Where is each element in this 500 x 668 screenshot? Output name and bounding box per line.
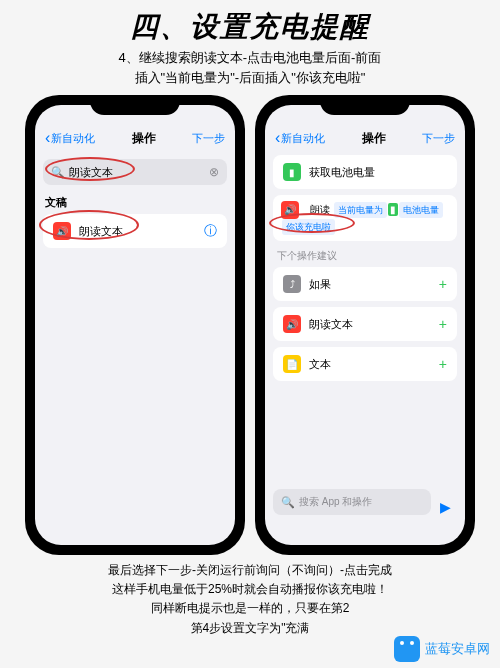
speak-icon: 🔊 bbox=[283, 315, 301, 333]
phone-left: 新自动化 操作 下一步 🔍 ⊗ 文稿 🔊 朗读文本 ⓘ bbox=[25, 95, 245, 555]
screen-left: 新自动化 操作 下一步 🔍 ⊗ 文稿 🔊 朗读文本 ⓘ bbox=[35, 105, 235, 545]
row-label: 如果 bbox=[309, 277, 439, 292]
search-placeholder: 搜索 App 和操作 bbox=[299, 495, 372, 509]
nav-back-button[interactable]: 新自动化 bbox=[45, 129, 95, 147]
nav-title: 操作 bbox=[362, 130, 386, 147]
battery-icon: ▮ bbox=[283, 163, 301, 181]
footer-line2: 这样手机电量低于25%时就会自动播报你该充电啦！ bbox=[12, 580, 488, 599]
section-label: 文稿 bbox=[45, 195, 225, 210]
action-speak-text[interactable]: 🔊 朗读 当前电量为▮电池电量 你该充电啦 bbox=[273, 195, 457, 241]
nav-back-button[interactable]: 新自动化 bbox=[275, 129, 325, 147]
search-icon: 🔍 bbox=[51, 166, 65, 179]
row-label: 朗读文本 bbox=[309, 317, 439, 332]
footer-line1: 最后选择下一步-关闭运行前询问（不询问）-点击完成 bbox=[12, 561, 488, 580]
nav-next-button[interactable]: 下一步 bbox=[192, 131, 225, 146]
info-icon[interactable]: ⓘ bbox=[204, 222, 217, 240]
add-icon[interactable]: + bbox=[439, 356, 447, 372]
suggestion-if[interactable]: ⤴ 如果 + bbox=[273, 267, 457, 301]
subtitle-line2: 插入"当前电量为"-后面插入"你该充电啦" bbox=[10, 68, 490, 88]
screen-right: 新自动化 操作 下一步 ▮ 获取电池电量 🔊 朗读 当前电量为▮电池电量 你该充… bbox=[265, 105, 465, 545]
battery-var-icon: ▮ bbox=[388, 203, 398, 216]
add-icon[interactable]: + bbox=[439, 276, 447, 292]
speak-icon: 🔊 bbox=[53, 222, 71, 240]
search-icon: 🔍 bbox=[281, 496, 295, 509]
subtitle-line1: 4、继续搜索朗读文本-点击电池电量后面-前面 bbox=[10, 48, 490, 68]
footer-line4: 第4步设置文字为"充满 bbox=[12, 619, 488, 638]
suggestions-label: 下个操作建议 bbox=[277, 249, 453, 263]
speak-icon: 🔊 bbox=[281, 201, 299, 219]
subtitle: 4、继续搜索朗读文本-点击电池电量后面-前面 插入"当前电量为"-后面插入"你该… bbox=[0, 48, 500, 87]
phone-right: 新自动化 操作 下一步 ▮ 获取电池电量 🔊 朗读 当前电量为▮电池电量 你该充… bbox=[255, 95, 475, 555]
row-label: 朗读文本 bbox=[79, 224, 204, 239]
pill-before[interactable]: 当前电量为 bbox=[334, 202, 387, 218]
watermark-text: 蓝莓安卓网 bbox=[425, 640, 490, 658]
action-get-battery[interactable]: ▮ 获取电池电量 bbox=[273, 155, 457, 189]
watermark: 蓝莓安卓网 bbox=[394, 636, 490, 662]
clear-icon[interactable]: ⊗ bbox=[209, 165, 219, 179]
pill-battery[interactable]: 电池电量 bbox=[399, 202, 443, 218]
suggestion-text[interactable]: 📄 文本 + bbox=[273, 347, 457, 381]
footer-line3: 同样断电提示也是一样的，只要在第2 bbox=[12, 599, 488, 618]
notch bbox=[320, 95, 410, 115]
add-icon[interactable]: + bbox=[439, 316, 447, 332]
row-label: 文本 bbox=[309, 357, 439, 372]
pill-after[interactable]: 你该充电啦 bbox=[282, 219, 335, 235]
speak-prefix: 朗读 bbox=[310, 204, 330, 215]
notch bbox=[90, 95, 180, 115]
row-label: 获取电池电量 bbox=[309, 165, 447, 180]
if-icon: ⤴ bbox=[283, 275, 301, 293]
page-title: 四、设置充电提醒 bbox=[0, 0, 500, 48]
bottom-search[interactable]: 🔍 搜索 App 和操作 bbox=[273, 489, 431, 515]
watermark-logo bbox=[394, 636, 420, 662]
phones-container: 新自动化 操作 下一步 🔍 ⊗ 文稿 🔊 朗读文本 ⓘ 新自动化 bbox=[0, 95, 500, 555]
footer-text: 最后选择下一步-关闭运行前询问（不询问）-点击完成 这样手机电量低于25%时就会… bbox=[0, 561, 500, 638]
play-button[interactable]: ▶ bbox=[440, 499, 451, 515]
result-row-speak[interactable]: 🔊 朗读文本 ⓘ bbox=[43, 214, 227, 248]
search-field[interactable] bbox=[69, 166, 209, 178]
suggestion-speak[interactable]: 🔊 朗读文本 + bbox=[273, 307, 457, 341]
text-icon: 📄 bbox=[283, 355, 301, 373]
search-input[interactable]: 🔍 ⊗ bbox=[43, 159, 227, 185]
nav-title: 操作 bbox=[132, 130, 156, 147]
nav-next-button[interactable]: 下一步 bbox=[422, 131, 455, 146]
